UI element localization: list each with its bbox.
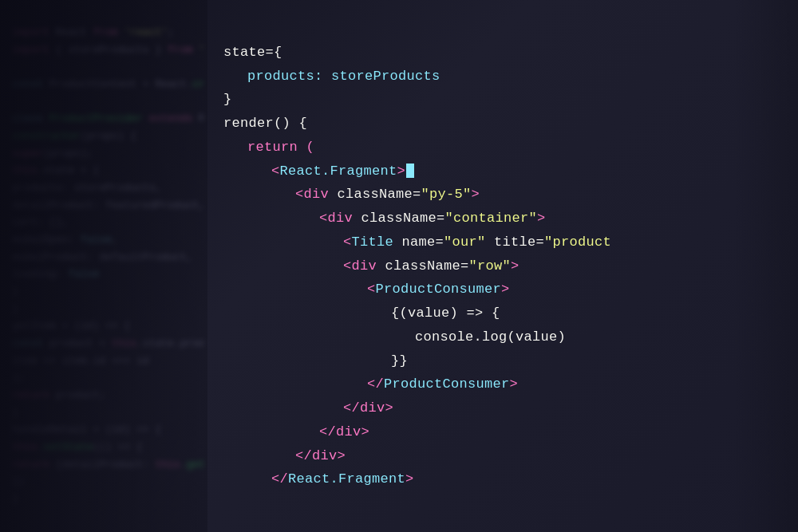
- code-text: <ProductConsumer>: [223, 278, 510, 301]
- blur-line-4: const ProductContext = React.createConte…: [12, 76, 203, 93]
- code-line-state: state={: [223, 41, 774, 65]
- blur-line-21: );: [12, 369, 203, 387]
- code-text: </React.Fragment>: [223, 467, 414, 491]
- blur-line-14: modalProduct: defaultProduct,: [12, 249, 203, 266]
- blur-line-10: products: storeProducts,: [12, 179, 203, 197]
- code-text: products: storeProducts: [223, 65, 440, 89]
- blur-line-27: }): [12, 473, 203, 491]
- code-line-console-log: console.log(value): [223, 325, 774, 349]
- blur-line-20: item => item.id === id: [12, 353, 203, 370]
- code-block: state={ products: storeProducts } render…: [207, 25, 798, 507]
- blurred-code-panel: import React from 'react'; import { stor…: [0, 0, 215, 532]
- code-line-close-py5: </div>: [223, 444, 774, 468]
- code-text: </ProductConsumer>: [223, 372, 518, 396]
- code-line-arrow-fn: {(value) => {: [223, 301, 774, 325]
- code-text: }}: [223, 349, 408, 373]
- code-line-render: render() {: [223, 112, 774, 136]
- blur-line-15: loading: false: [12, 266, 203, 283]
- editor-container: import React from 'react'; import { stor…: [0, 0, 798, 532]
- code-text: <div className="container">: [223, 207, 546, 231]
- code-text: <div className="row">: [223, 254, 519, 278]
- code-line-div-row: <div className="row">: [223, 254, 774, 278]
- code-line-close-container: </div>: [223, 420, 774, 444]
- code-text: <React.Fragment>: [223, 160, 414, 183]
- blur-line-9: this.state = {: [12, 162, 203, 179]
- blur-line-22: return product;: [12, 387, 203, 404]
- code-text: <div className="py-5">: [223, 183, 480, 207]
- blur-line-25: this.setState(() => {: [12, 439, 203, 456]
- code-text: state={: [223, 41, 282, 65]
- code-editor-main: state={ products: storeProducts } render…: [207, 0, 798, 532]
- text-cursor: [406, 164, 414, 178]
- blur-line-28: }: [12, 491, 203, 508]
- code-text: return (: [223, 136, 314, 160]
- code-line-div-container: <div className="container">: [223, 207, 774, 231]
- blur-line-23: }: [12, 404, 203, 422]
- code-text: <Title name="our" title="product: [223, 231, 611, 254]
- blur-line-2: import { storeProducts } from './data';: [12, 41, 203, 59]
- blur-line-17: }: [12, 301, 203, 318]
- blur-line-7: constructor(props) {: [12, 128, 203, 145]
- code-line-fragment-open: <React.Fragment>: [223, 160, 774, 183]
- code-line-products: products: storeProducts: [223, 65, 774, 89]
- blur-line-26: return {detailProduct: this.getItem(id)}: [12, 456, 203, 474]
- blur-line-12: cart: [],: [12, 214, 203, 231]
- code-line-productconsumer-close: </ProductConsumer>: [223, 372, 774, 396]
- blur-line-18: getItem = (id) => {: [12, 317, 203, 335]
- code-text: </div>: [223, 396, 393, 420]
- blur-line-6: class ProductProvider extends React.Comp…: [12, 110, 203, 128]
- code-line-close-row: </div>: [223, 396, 774, 420]
- blur-line-8: super(props);: [12, 145, 203, 163]
- code-line-return: return (: [223, 136, 774, 160]
- code-text: </div>: [223, 420, 369, 444]
- blur-line-11: detailProduct: featuredProduct,: [12, 197, 203, 215]
- blur-line-19: const product = this.state.products.find…: [12, 335, 203, 353]
- code-text: </div>: [223, 444, 346, 468]
- blur-line-5: [12, 93, 203, 111]
- code-line-close-state: }: [223, 88, 774, 112]
- code-line-productconsumer-open: <ProductConsumer>: [223, 278, 774, 301]
- blur-line-24: handleDetail = (id) => {: [12, 421, 203, 439]
- blur-line-3: [12, 58, 203, 76]
- code-line-fragment-close: </React.Fragment>: [223, 467, 774, 491]
- blur-line-1: import React from 'react';: [12, 24, 203, 41]
- code-text: {(value) => {: [223, 301, 500, 325]
- blur-line-16: }: [12, 283, 203, 301]
- code-text: console.log(value): [223, 325, 566, 349]
- code-text: }: [223, 88, 232, 112]
- code-line-close-fn: }}: [223, 349, 774, 373]
- code-text: render() {: [223, 112, 307, 136]
- code-line-div-py5: <div className="py-5">: [223, 183, 774, 207]
- code-line-title: <Title name="our" title="product: [223, 231, 774, 254]
- blur-line-13: modalOpen: false,: [12, 231, 203, 249]
